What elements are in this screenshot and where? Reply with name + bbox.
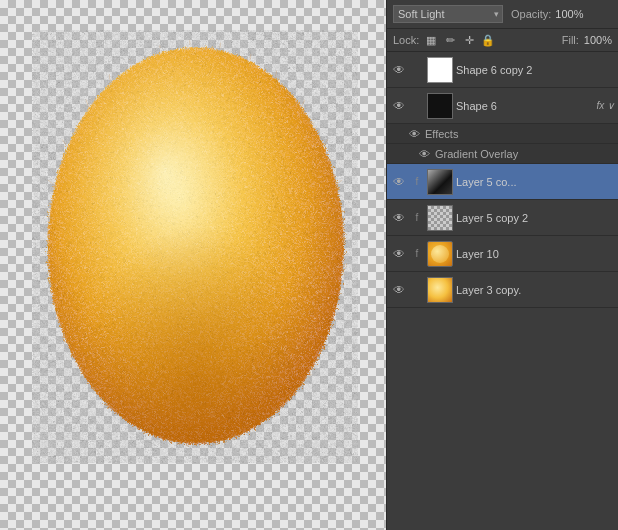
layer-name: Layer 5 copy 2 bbox=[456, 212, 614, 224]
layer-name: Shape 6 copy 2 bbox=[456, 64, 614, 76]
lock-move-icon[interactable]: ✛ bbox=[462, 33, 476, 47]
layer-name: Layer 3 copy. bbox=[456, 284, 614, 296]
layer-name: Layer 5 co... bbox=[456, 176, 614, 188]
layer-name: Layer 10 bbox=[456, 248, 614, 260]
visibility-icon[interactable]: 👁 bbox=[391, 62, 407, 78]
lock-pixels-icon[interactable]: ▦ bbox=[424, 33, 438, 47]
gradient-overlay-label: Gradient Overlay bbox=[435, 148, 518, 160]
fill-label: Fill: bbox=[562, 34, 579, 46]
gradient-overlay-row: 👁 Gradient Overlay bbox=[387, 144, 618, 164]
layer-thumbnail bbox=[427, 205, 453, 231]
svg-line-6 bbox=[126, 35, 130, 60]
chain-icon: f bbox=[410, 175, 424, 189]
layer-item[interactable]: 👁 Layer 3 copy. bbox=[387, 272, 618, 308]
effects-label: Effects bbox=[425, 128, 458, 140]
layer-thumbnail bbox=[427, 277, 453, 303]
svg-line-10 bbox=[250, 35, 254, 60]
lock-all-icon[interactable]: 🔒 bbox=[481, 33, 495, 47]
layer-item[interactable]: 👁 f Layer 5 co... bbox=[387, 164, 618, 200]
layers-panel: Soft Light Opacity: 100% Lock: ▦ ✏ ✛ 🔒 F… bbox=[386, 0, 618, 530]
svg-line-8 bbox=[188, 30, 190, 45]
fluffy-ball bbox=[30, 30, 370, 490]
fx-badge: fx ∨ bbox=[596, 100, 614, 111]
opacity-label: Opacity: bbox=[511, 8, 551, 20]
chain-icon bbox=[410, 283, 424, 297]
visibility-icon[interactable]: 👁 bbox=[391, 98, 407, 114]
layer-item[interactable]: 👁 Shape 6 copy 2 bbox=[387, 52, 618, 88]
effects-visibility-icon[interactable]: 👁 bbox=[407, 127, 421, 141]
layer-item[interactable]: 👁 f Layer 5 copy 2 bbox=[387, 200, 618, 236]
visibility-icon[interactable]: 👁 bbox=[391, 246, 407, 262]
layer-thumbnail bbox=[427, 241, 453, 267]
svg-line-7 bbox=[157, 30, 160, 48]
chain-icon bbox=[410, 63, 424, 77]
svg-line-16 bbox=[320, 130, 335, 150]
chain-icon: f bbox=[410, 247, 424, 261]
layers-list: 👁 Shape 6 copy 2 👁 Shape 6 fx ∨ 👁 Effect… bbox=[387, 52, 618, 308]
lock-label: Lock: bbox=[393, 34, 419, 46]
layer-name: Shape 6 bbox=[456, 100, 591, 112]
blend-mode-wrapper[interactable]: Soft Light bbox=[393, 5, 503, 23]
layer-thumbnail bbox=[427, 93, 453, 119]
visibility-icon[interactable]: 👁 bbox=[391, 174, 407, 190]
visibility-icon[interactable]: 👁 bbox=[391, 282, 407, 298]
svg-line-13 bbox=[55, 130, 70, 150]
layer-item[interactable]: 👁 f Layer 10 bbox=[387, 236, 618, 272]
svg-line-11 bbox=[275, 52, 280, 80]
opacity-value: 100% bbox=[555, 8, 583, 20]
gradient-visibility-icon[interactable]: 👁 bbox=[417, 147, 431, 161]
layer-thumbnail bbox=[427, 57, 453, 83]
blend-mode-select[interactable]: Soft Light bbox=[393, 5, 503, 23]
lock-paint-icon[interactable]: ✏ bbox=[443, 33, 457, 47]
layer-item[interactable]: 👁 Shape 6 fx ∨ bbox=[387, 88, 618, 124]
svg-line-5 bbox=[105, 50, 110, 80]
fill-value: 100% bbox=[584, 34, 612, 46]
svg-point-4 bbox=[47, 47, 343, 443]
svg-line-15 bbox=[300, 85, 312, 110]
chain-icon bbox=[410, 99, 424, 113]
visibility-icon[interactable]: 👁 bbox=[391, 210, 407, 226]
svg-line-9 bbox=[220, 30, 222, 48]
layer-thumbnail bbox=[427, 169, 453, 195]
svg-line-12 bbox=[80, 85, 90, 110]
lock-row: Lock: ▦ ✏ ✛ 🔒 Fill: 100% bbox=[387, 29, 618, 52]
effects-row: 👁 Effects bbox=[387, 124, 618, 144]
chain-icon: f bbox=[410, 211, 424, 225]
blend-opacity-row: Soft Light Opacity: 100% bbox=[387, 0, 618, 29]
